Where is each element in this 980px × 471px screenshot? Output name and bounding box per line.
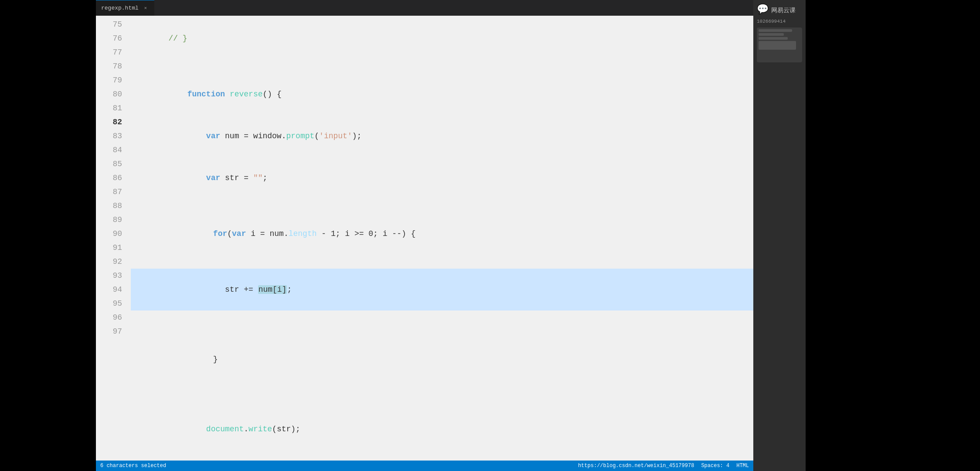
code-token: (str); xyxy=(272,425,300,433)
code-token: // } xyxy=(168,34,187,43)
line-num-96: 96 xyxy=(100,311,122,324)
status-left: 6 characters selected xyxy=(100,463,166,469)
code-line-81 xyxy=(131,255,753,269)
code-token: ( xyxy=(227,229,232,238)
user-id: 1026699414 xyxy=(757,19,786,24)
kw-function: function xyxy=(187,90,225,99)
tab-bar: regexp.html × xyxy=(96,0,753,16)
code-line-82: str += num[i]; xyxy=(131,269,753,311)
code-token: - 1; i >= 0; i --) { xyxy=(317,229,416,238)
right-chat-panel: 💬 网易云课 1026699414 xyxy=(753,0,806,471)
code-token: num = window. xyxy=(220,132,286,140)
tab-filename: regexp.html xyxy=(101,5,139,11)
code-token: str = xyxy=(220,174,253,182)
line-num-90: 90 xyxy=(100,227,122,241)
code-token: ( xyxy=(314,132,319,140)
code-token xyxy=(168,90,187,99)
code-line-87: document.write(str); xyxy=(131,408,753,450)
line-num-77: 77 xyxy=(100,45,122,59)
code-line-79: var str = ""; xyxy=(131,157,753,199)
code-line-78: var num = window.prompt('input'); xyxy=(131,115,753,157)
chat-mini-preview xyxy=(757,27,802,62)
code-token: . xyxy=(244,425,248,433)
status-right: https://blog.csdn.net/weixin_45179978 Sp… xyxy=(578,463,749,469)
editor-content: 75 76 77 78 79 80 81 82 83 84 85 86 87 8… xyxy=(96,16,753,461)
line-num-87: 87 xyxy=(100,185,122,199)
line-num-82: 82 xyxy=(100,115,122,129)
code-line-83 xyxy=(131,311,753,324)
status-bar: 6 characters selected https://blog.csdn.… xyxy=(96,461,753,471)
line-num-95: 95 xyxy=(100,297,122,311)
code-token xyxy=(168,425,206,433)
code-token: ); xyxy=(352,132,362,140)
language-status: HTML xyxy=(736,463,749,469)
line-num-84: 84 xyxy=(100,143,122,157)
line-num-86: 86 xyxy=(100,171,122,185)
line-num-85: 85 xyxy=(100,157,122,171)
line-num-94: 94 xyxy=(100,283,122,297)
code-token: ; xyxy=(262,174,267,182)
line-num-93: 93 xyxy=(100,269,122,283)
code-token: i = num. xyxy=(246,229,288,238)
kw-var: var xyxy=(206,132,220,140)
method-prompt: prompt xyxy=(286,132,314,140)
str-input: 'input' xyxy=(319,132,352,140)
fn-reverse: reverse xyxy=(230,90,263,99)
line-num-76: 76 xyxy=(100,31,122,45)
line-num-81: 81 xyxy=(100,101,122,115)
code-line-77: function reverse() { xyxy=(131,73,753,115)
line-numbers: 75 76 77 78 79 80 81 82 83 84 85 86 87 8… xyxy=(96,16,131,461)
code-token: ; xyxy=(287,285,292,294)
line-num-91: 91 xyxy=(100,241,122,255)
selection-status: 6 characters selected xyxy=(100,463,166,469)
code-line-86 xyxy=(131,394,753,408)
kw-var2: var xyxy=(206,174,220,182)
code-token: str += xyxy=(168,285,258,294)
right-black-bar xyxy=(806,0,980,471)
line-num-83: 83 xyxy=(100,129,122,143)
kw-for: for xyxy=(213,229,227,238)
line-num-97: 97 xyxy=(100,324,122,338)
url-status: https://blog.csdn.net/weixin_45179978 xyxy=(578,463,694,469)
line-num-80: 80 xyxy=(100,87,122,101)
chat-label: 网易云课 xyxy=(771,7,796,14)
line-num-75: 75 xyxy=(100,17,122,31)
method-write: write xyxy=(248,425,272,433)
line-num-92: 92 xyxy=(100,255,122,269)
tab-close-button[interactable]: × xyxy=(142,5,149,12)
code-line-76 xyxy=(131,59,753,73)
code-line-75: // } xyxy=(131,17,753,59)
kw-var3: var xyxy=(232,229,246,238)
line-num-88: 88 xyxy=(100,199,122,213)
code-token xyxy=(168,174,206,182)
code-token: } xyxy=(175,355,218,364)
chat-icon: 💬 xyxy=(757,3,769,15)
code-line-84: › } xyxy=(131,324,753,380)
spaces-status: Spaces: 4 xyxy=(701,463,729,469)
prop-length: length xyxy=(289,229,317,238)
file-tab[interactable]: regexp.html × xyxy=(96,0,154,16)
code-token: () { xyxy=(263,90,282,99)
str-empty: "" xyxy=(253,174,263,182)
code-line-85 xyxy=(131,380,753,394)
code-token xyxy=(225,90,230,99)
code-token xyxy=(175,229,213,238)
line-num-79: 79 xyxy=(100,73,122,87)
code-line-88 xyxy=(131,450,753,461)
line-num-78: 78 xyxy=(100,59,122,73)
code-area[interactable]: // } function reverse() { var num = wind… xyxy=(131,16,753,461)
selected-text-num-i: num[i] xyxy=(258,285,287,294)
line-num-89: 89 xyxy=(100,213,122,227)
left-black-bar xyxy=(0,0,96,471)
method-document: document xyxy=(206,425,244,433)
code-line-80: › for(var i = num.length - 1; i >= 0; i … xyxy=(131,199,753,255)
code-token xyxy=(168,132,206,140)
editor-container: regexp.html × 75 76 77 78 79 80 81 82 83… xyxy=(96,0,753,471)
